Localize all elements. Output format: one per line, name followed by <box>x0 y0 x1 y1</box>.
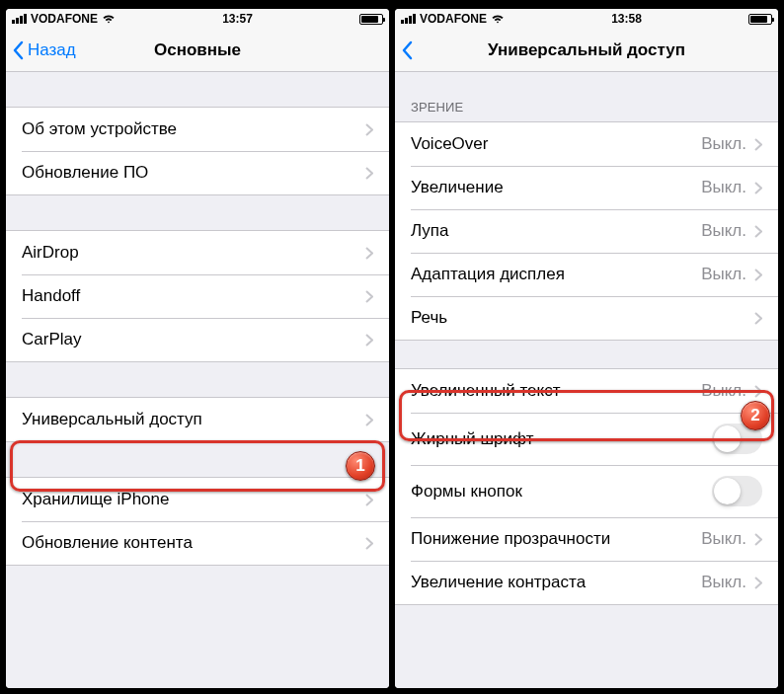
settings-group: Хранилище iPhone Обновление контента <box>6 477 389 566</box>
chevron-right-icon <box>365 414 373 426</box>
cell-value: Выкл. <box>701 221 746 241</box>
cell-display-accommodations[interactable]: Адаптация дисплея Выкл. <box>395 253 778 296</box>
cell-label: Обновление контента <box>22 533 193 553</box>
cell-background-refresh[interactable]: Обновление контента <box>6 521 389 565</box>
chevron-right-icon <box>754 312 762 325</box>
cell-label: Универсальный доступ <box>22 410 202 429</box>
cell-value: Выкл. <box>701 134 746 154</box>
carrier-label: VODAFONE <box>420 12 487 26</box>
carrier-label: VODAFONE <box>31 12 98 26</box>
chevron-right-icon <box>754 385 762 398</box>
cell-larger-text[interactable]: Увеличенный текст Выкл. <box>395 369 778 413</box>
cell-label: VoiceOver <box>411 134 488 154</box>
cell-value: Выкл. <box>701 178 746 197</box>
cell-label: CarPlay <box>22 330 81 349</box>
switch-button-shapes[interactable] <box>712 476 762 506</box>
chevron-right-icon <box>754 138 762 151</box>
signal-icon <box>12 14 27 24</box>
chevron-right-icon <box>365 290 373 303</box>
back-button[interactable]: Назад <box>12 40 76 60</box>
signal-icon <box>401 14 416 24</box>
chevron-left-icon <box>12 40 24 60</box>
cell-increase-contrast[interactable]: Увеличение контраста Выкл. <box>395 561 778 604</box>
cell-storage[interactable]: Хранилище iPhone <box>6 478 389 521</box>
cell-label: Речь <box>411 308 447 328</box>
chevron-right-icon <box>754 577 762 589</box>
chevron-right-icon <box>365 494 373 506</box>
cell-label: Об этом устройстве <box>22 119 177 139</box>
section-header-vision: ЗРЕНИЕ <box>395 72 778 121</box>
marker-1: 1 <box>346 451 375 481</box>
chevron-right-icon <box>365 334 373 347</box>
cell-label: Формы кнопок <box>411 482 522 501</box>
cell-zoom[interactable]: Увеличение Выкл. <box>395 166 778 209</box>
cell-magnifier[interactable]: Лупа Выкл. <box>395 209 778 253</box>
cell-value: Выкл. <box>701 529 746 549</box>
cell-label: Handoff <box>22 286 80 306</box>
cell-button-shapes[interactable]: Формы кнопок <box>395 465 778 517</box>
nav-bar: Назад Основные <box>6 29 389 72</box>
settings-group-text: Увеличенный текст Выкл. Жирный шрифт Фор… <box>395 368 778 605</box>
cell-airdrop[interactable]: AirDrop <box>6 231 389 274</box>
nav-bar: Универсальный доступ <box>395 29 778 72</box>
nav-title: Универсальный доступ <box>403 40 770 60</box>
back-label: Назад <box>28 40 76 60</box>
chevron-left-icon <box>401 40 413 60</box>
battery-icon <box>359 14 383 25</box>
cell-bold-text[interactable]: Жирный шрифт <box>395 413 778 465</box>
battery-icon <box>748 14 772 25</box>
cell-handoff[interactable]: Handoff <box>6 274 389 318</box>
phone-left: VODAFONE 13:57 Назад Основные Об этом ус… <box>6 9 389 688</box>
cell-label: Обновление ПО <box>22 163 148 183</box>
cell-value: Выкл. <box>701 573 746 592</box>
status-bar: VODAFONE 13:57 <box>6 9 389 29</box>
settings-group: Об этом устройстве Обновление ПО <box>6 107 389 195</box>
wifi-icon <box>491 14 505 24</box>
time-label: 13:57 <box>222 12 253 26</box>
chevron-right-icon <box>365 537 373 550</box>
settings-group: Универсальный доступ <box>6 397 389 442</box>
phone-right: VODAFONE 13:58 Универсальный доступ ЗРЕН… <box>395 9 778 688</box>
cell-software-update[interactable]: Обновление ПО <box>6 151 389 194</box>
cell-label: Лупа <box>411 221 449 241</box>
cell-reduce-transparency[interactable]: Понижение прозрачности Выкл. <box>395 517 778 561</box>
cell-value: Выкл. <box>701 265 746 284</box>
cell-speech[interactable]: Речь <box>395 296 778 340</box>
chevron-right-icon <box>365 167 373 180</box>
time-label: 13:58 <box>611 12 642 26</box>
cell-accessibility[interactable]: Универсальный доступ <box>6 398 389 441</box>
settings-content: Об этом устройстве Обновление ПО AirDrop… <box>6 72 389 688</box>
cell-label: Адаптация дисплея <box>411 265 565 284</box>
cell-label: Увеличение <box>411 178 504 197</box>
back-button[interactable] <box>401 40 417 60</box>
wifi-icon <box>102 14 116 24</box>
chevron-right-icon <box>754 269 762 281</box>
cell-about[interactable]: Об этом устройстве <box>6 108 389 151</box>
chevron-right-icon <box>754 533 762 546</box>
cell-label: Хранилище iPhone <box>22 490 169 509</box>
cell-label: Понижение прозрачности <box>411 529 610 549</box>
cell-label: Увеличенный текст <box>411 381 560 401</box>
settings-group: AirDrop Handoff CarPlay <box>6 230 389 362</box>
chevron-right-icon <box>365 123 373 136</box>
cell-carplay[interactable]: CarPlay <box>6 318 389 361</box>
marker-2: 2 <box>741 401 770 430</box>
chevron-right-icon <box>365 247 373 260</box>
accessibility-content: ЗРЕНИЕ VoiceOver Выкл. Увеличение Выкл. … <box>395 72 778 688</box>
settings-group-vision: VoiceOver Выкл. Увеличение Выкл. Лупа Вы… <box>395 121 778 341</box>
chevron-right-icon <box>754 225 762 238</box>
cell-label: Жирный шрифт <box>411 429 533 449</box>
cell-label: Увеличение контраста <box>411 573 586 592</box>
cell-voiceover[interactable]: VoiceOver Выкл. <box>395 122 778 166</box>
status-bar: VODAFONE 13:58 <box>395 9 778 29</box>
cell-label: AirDrop <box>22 243 79 263</box>
chevron-right-icon <box>754 182 762 194</box>
cell-value: Выкл. <box>701 381 746 401</box>
